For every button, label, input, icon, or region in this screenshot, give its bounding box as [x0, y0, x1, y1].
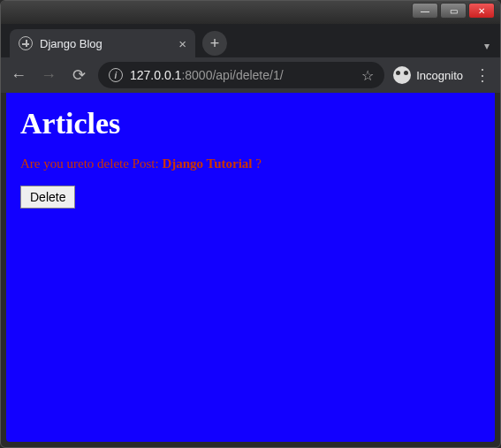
- reload-button[interactable]: ⟳: [68, 65, 89, 86]
- address-bar[interactable]: i 127.0.0.1:8000/api/delete/1/ ☆: [98, 62, 384, 88]
- incognito-label: Incognito: [416, 69, 463, 82]
- post-title: Django Tutorial: [162, 156, 252, 171]
- url-text: 127.0.0.1:8000/api/delete/1/: [130, 68, 284, 82]
- site-info-icon[interactable]: i: [109, 68, 123, 82]
- window-minimize-button[interactable]: —: [412, 3, 438, 19]
- confirm-suffix: ?: [253, 156, 262, 171]
- new-tab-button[interactable]: +: [202, 31, 227, 56]
- window-close-button[interactable]: ✕: [468, 3, 495, 19]
- url-path: :8000/api/delete/1/: [181, 68, 283, 82]
- delete-button[interactable]: Delete: [20, 186, 75, 209]
- tab-title: Django Blog: [40, 37, 171, 50]
- browser-window: — ▭ ✕ Django Blog × + ▾ ← → ⟳ i 127.0.0.…: [0, 0, 501, 448]
- back-button[interactable]: ←: [8, 65, 29, 86]
- browser-toolbar: ← → ⟳ i 127.0.0.1:8000/api/delete/1/ ☆ I…: [1, 57, 500, 93]
- bookmark-star-icon[interactable]: ☆: [361, 67, 374, 84]
- window-maximize-button[interactable]: ▭: [440, 3, 467, 19]
- browser-tab[interactable]: Django Blog ×: [10, 29, 195, 57]
- incognito-indicator: Incognito: [393, 66, 463, 84]
- confirm-prefix: Are you ureto delete Post:: [20, 156, 162, 171]
- page-heading: Articles: [20, 107, 481, 140]
- incognito-icon: [393, 66, 411, 84]
- window-titlebar: — ▭ ✕: [1, 1, 500, 24]
- url-host: 127.0.0.1: [130, 68, 181, 82]
- close-icon[interactable]: ×: [178, 36, 186, 51]
- confirm-message: Are you ureto delete Post: Django Tutori…: [20, 156, 481, 171]
- tab-strip: Django Blog × + ▾: [1, 24, 500, 57]
- menu-button[interactable]: ⋮: [472, 65, 493, 86]
- tabs-dropdown-icon[interactable]: ▾: [484, 40, 490, 52]
- page-content: Articles Are you ureto delete Post: Djan…: [6, 93, 495, 442]
- globe-icon: [19, 36, 33, 50]
- forward-button: →: [38, 65, 59, 86]
